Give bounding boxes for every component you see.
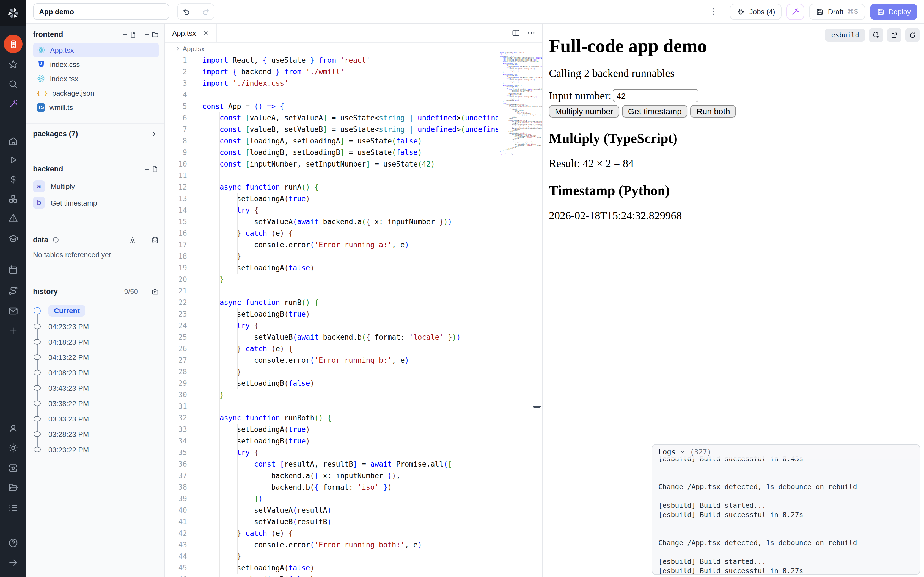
- rail-item-dollar[interactable]: [8, 174, 19, 185]
- file-item-index-css[interactable]: 3index.css: [33, 57, 159, 71]
- code-line[interactable]: 14 try {: [165, 205, 542, 216]
- code-line[interactable]: 15 setValueA(await backend.a({ x: inputN…: [165, 216, 542, 227]
- code-line[interactable]: 31: [165, 401, 542, 412]
- history-item[interactable]: 03:33:23 PM: [33, 411, 159, 426]
- rail-item-mail[interactable]: [8, 306, 19, 316]
- history-item-current[interactable]: Current: [33, 302, 159, 319]
- editor-more-icon[interactable]: [527, 29, 536, 37]
- code-line[interactable]: 37 backend.a({ x: inputNumber }),: [165, 470, 542, 481]
- code-line[interactable]: 23 setLoadingB(true): [165, 308, 542, 320]
- code-line[interactable]: 41 setValueB(resultB): [165, 516, 542, 527]
- code-line[interactable]: 5const App = () => {: [165, 101, 542, 112]
- add-file-button[interactable]: [121, 31, 137, 38]
- code-line[interactable]: 28 }: [165, 366, 542, 377]
- code-line[interactable]: 44 }: [165, 551, 542, 562]
- refresh-preview-button[interactable]: [905, 28, 919, 42]
- split-editor-icon[interactable]: [512, 29, 520, 37]
- code-line[interactable]: 3import './index.css': [165, 77, 542, 89]
- code-line[interactable]: 18 }: [165, 251, 542, 262]
- history-item[interactable]: 03:28:23 PM: [33, 426, 159, 442]
- minimap[interactable]: import React, { useState } from 'react'i…: [498, 52, 542, 160]
- code-line[interactable]: 39 ]): [165, 493, 542, 504]
- code-line[interactable]: 2import { backend } from './wmill': [165, 66, 542, 77]
- code-line[interactable]: 17 console.error('Error running a:', e): [165, 239, 542, 251]
- code-line[interactable]: 25 setValueB(await backend.b({ format: '…: [165, 331, 542, 343]
- runnable-get-timestamp[interactable]: bGet timestamp: [33, 196, 159, 210]
- code-line[interactable]: 19 setLoadingA(false): [165, 262, 542, 274]
- code-line[interactable]: 7 const [valueB, setValueB] = useState<s…: [165, 124, 542, 135]
- file-item-wmill-ts[interactable]: TSwmill.ts: [33, 100, 159, 114]
- code-line[interactable]: 24 try {: [165, 320, 542, 331]
- code-line[interactable]: 30 }: [165, 389, 542, 401]
- add-table-button[interactable]: [144, 236, 159, 244]
- rail-item-arrow-right[interactable]: [8, 557, 19, 568]
- history-item[interactable]: 04:13:22 PM: [33, 350, 159, 365]
- input-number-field[interactable]: [613, 89, 698, 102]
- rail-item-magic-wand[interactable]: [8, 98, 19, 110]
- code-line[interactable]: 6 const [valueA, setValueA] = useState<s…: [165, 112, 542, 124]
- windmill-logo[interactable]: [0, 0, 26, 26]
- code-line[interactable]: 4: [165, 89, 542, 101]
- code-line[interactable]: 12 async function runA() {: [165, 181, 542, 193]
- code-line[interactable]: 33 setLoadingA(true): [165, 424, 542, 435]
- draft-button[interactable]: Draft ⌘S: [809, 3, 865, 19]
- more-menu-button[interactable]: [708, 5, 720, 18]
- logs-header[interactable]: Logs (327): [652, 445, 919, 459]
- code-line[interactable]: 26 } catch (e) {: [165, 343, 542, 355]
- rail-item-search[interactable]: [8, 79, 19, 90]
- preview-button-get-timestamp[interactable]: Get timestamp: [622, 105, 688, 118]
- code-line[interactable]: 45 setLoadingA(false): [165, 562, 542, 574]
- code-line[interactable]: 38 backend.b({ format: 'iso' }): [165, 481, 542, 493]
- code-line[interactable]: 29 setLoadingB(false): [165, 377, 542, 389]
- rail-item-calendar[interactable]: [8, 264, 19, 275]
- open-external-button[interactable]: [887, 28, 901, 42]
- deploy-button[interactable]: Deploy: [870, 3, 918, 19]
- code-line[interactable]: 8 const [loadingA, setLoadingA] = useSta…: [165, 135, 542, 147]
- code-line[interactable]: 32 async function runBoth() {: [165, 412, 542, 424]
- file-item-index-tsx[interactable]: index.tsx: [33, 71, 159, 86]
- rail-item-route[interactable]: [8, 285, 19, 296]
- code-area[interactable]: 1import React, { useState } from 'react'…: [165, 55, 542, 577]
- rail-item-list[interactable]: [8, 502, 19, 513]
- code-line[interactable]: 21: [165, 285, 542, 297]
- history-item[interactable]: 04:08:23 PM: [33, 365, 159, 380]
- add-folder-button[interactable]: [144, 31, 159, 38]
- history-item[interactable]: 03:23:22 PM: [33, 442, 159, 457]
- runnable-multiply[interactable]: aMultiply: [33, 180, 159, 193]
- code-line[interactable]: 40 setValueA(resultA): [165, 504, 542, 516]
- preview-button-run-both[interactable]: Run both: [691, 105, 736, 118]
- rail-item-home[interactable]: [8, 136, 19, 147]
- rail-item-folder-open[interactable]: [8, 482, 19, 493]
- file-item-app-tsx[interactable]: App.tsx: [33, 43, 159, 57]
- redo-button[interactable]: [196, 4, 214, 19]
- rail-item-help-circle[interactable]: [8, 537, 19, 548]
- history-item[interactable]: 04:18:23 PM: [33, 334, 159, 350]
- rail-item-star[interactable]: [8, 59, 19, 70]
- rail-item-settings[interactable]: [8, 442, 19, 453]
- code-line[interactable]: 36 const [resultA, resultB] = await Prom…: [165, 458, 542, 470]
- code-line[interactable]: 43 console.error('Error running both:', …: [165, 539, 542, 551]
- data-settings-button[interactable]: [129, 236, 136, 244]
- rail-item-graduation-cap[interactable]: [8, 233, 19, 244]
- code-line[interactable]: 9 const [loadingB, setLoadingB] = useSta…: [165, 147, 542, 158]
- code-line[interactable]: 1import React, { useState } from 'react': [165, 55, 542, 66]
- history-item[interactable]: 03:43:23 PM: [33, 380, 159, 396]
- tab-app-tsx[interactable]: App.tsx: [165, 24, 217, 42]
- code-line[interactable]: 13 setLoadingA(true): [165, 193, 542, 205]
- rail-item-server-cog[interactable]: [8, 463, 19, 474]
- add-snapshot-button[interactable]: [144, 288, 159, 295]
- ai-wand-button[interactable]: [787, 3, 804, 19]
- rail-item-boxes[interactable]: [8, 193, 19, 205]
- pane-resize-handle[interactable]: [533, 406, 541, 408]
- file-item-package-json[interactable]: { }package.json: [33, 86, 159, 100]
- close-icon[interactable]: [203, 30, 209, 36]
- undo-button[interactable]: [178, 4, 196, 19]
- preview-button-multiply-number[interactable]: Multiply number: [549, 105, 619, 118]
- app-name-input[interactable]: [33, 3, 170, 20]
- breadcrumb[interactable]: App.tsx: [165, 43, 542, 55]
- rail-item-plus[interactable]: [8, 325, 19, 336]
- code-line[interactable]: 35 try {: [165, 447, 542, 458]
- jobs-button[interactable]: Jobs (4): [730, 3, 782, 19]
- code-line[interactable]: 22 async function runB() {: [165, 297, 542, 308]
- rail-item-play[interactable]: [8, 155, 19, 165]
